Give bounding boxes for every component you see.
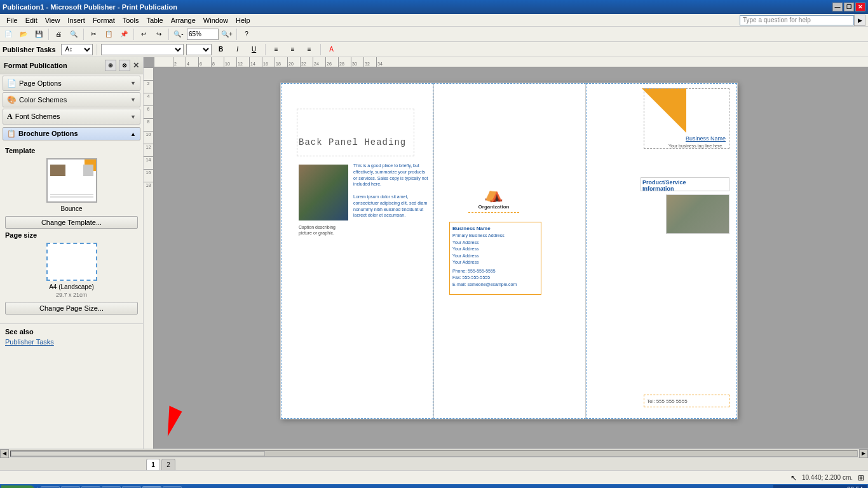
- menu-window[interactable]: Window: [200, 15, 232, 25]
- page-tabs: 1 2: [0, 458, 868, 470]
- template-line-2: [50, 196, 93, 198]
- ruler-mark: 28: [338, 57, 351, 67]
- help-search-input[interactable]: [740, 15, 854, 25]
- business-tagline: Your business tag line here.: [668, 144, 726, 148]
- bold-button[interactable]: B: [214, 43, 228, 56]
- tasks-combo[interactable]: A↕: [61, 44, 93, 55]
- publisher-tasks-link[interactable]: Publisher Tasks: [5, 338, 138, 346]
- titlebar: Publication1 - Microsoft Publisher - Pri…: [0, 0, 868, 14]
- ruler-mark: 18: [275, 57, 287, 67]
- brochure-section: Template Bounce Change Template... Page …: [0, 143, 143, 321]
- publication-page: Back Panel Heading Caption describing pi…: [280, 83, 738, 419]
- standard-toolbar: 📄 📂 💾 🖨 🔍 ✂ 📋 📌 ↩ ↪ 🔍- 🔍+ ?: [0, 27, 868, 42]
- v-ruler-mark: 6: [144, 105, 153, 118]
- menu-file[interactable]: File: [3, 15, 22, 25]
- panel-title: Format Publication: [4, 62, 67, 69]
- publication-canvas: Back Panel Heading Caption describing pi…: [156, 70, 862, 442]
- font-family-select[interactable]: [101, 44, 184, 55]
- menu-arrange[interactable]: Arrange: [167, 15, 200, 25]
- see-also-label: See also: [5, 328, 138, 336]
- ruler-mark: 26: [325, 57, 338, 67]
- undo-button[interactable]: ↩: [137, 28, 151, 41]
- page-options-button[interactable]: 📄Page Options ▼: [3, 76, 140, 91]
- zoom-in-button[interactable]: 🔍+: [220, 28, 234, 41]
- copy-button[interactable]: 📋: [102, 28, 116, 41]
- page-size-preview: [46, 243, 97, 281]
- help-search-area: ▶: [740, 15, 865, 26]
- v-ruler-mark: [144, 67, 153, 80]
- change-page-size-button[interactable]: Change Page Size...: [5, 302, 138, 315]
- scroll-right-button[interactable]: ▶: [859, 449, 868, 458]
- scroll-thumb[interactable]: [11, 451, 265, 456]
- horizontal-scrollbar: ◀ ▶: [0, 449, 868, 458]
- align-center-button[interactable]: ≡: [286, 43, 300, 56]
- ruler-mark: 16: [262, 57, 275, 67]
- color-schemes-button[interactable]: 🎨Color Schemes ▼: [3, 92, 140, 107]
- help-button[interactable]: ?: [240, 28, 254, 41]
- cursor-icon: ↖: [790, 473, 797, 482]
- scroll-left-button[interactable]: ◀: [0, 449, 9, 458]
- fmt-sep-1: [265, 44, 266, 55]
- new-button[interactable]: 📄: [1, 28, 15, 41]
- zoom-input[interactable]: [187, 29, 219, 40]
- help-go-button[interactable]: ▶: [854, 15, 865, 26]
- menubar: File Edit View Insert Format Tools Table…: [0, 14, 868, 27]
- start-button[interactable]: ⊞ start: [1, 485, 35, 488]
- v-ruler-mark: 14: [144, 156, 153, 169]
- align-left-button[interactable]: ≡: [269, 43, 283, 56]
- tasks-bar: Publisher Tasks A↕ B I U ≡ ≡ ≡ A: [0, 42, 868, 57]
- menu-help[interactable]: Help: [232, 15, 254, 25]
- font-schemes-button[interactable]: AFont Schemes ▼: [3, 109, 140, 125]
- italic-button[interactable]: I: [231, 43, 245, 56]
- title-text: Publication1 - Microsoft Publisher - Pri…: [3, 3, 177, 11]
- redo-button[interactable]: ↪: [152, 28, 166, 41]
- toolbar-sep-5: [236, 29, 237, 40]
- change-template-button[interactable]: Change Template...: [5, 216, 138, 229]
- menu-edit[interactable]: Edit: [22, 15, 41, 25]
- font-color-button[interactable]: A: [325, 43, 339, 56]
- publisher-tasks-label: Publisher Tasks: [3, 46, 56, 53]
- arrow-indicator: [156, 404, 194, 442]
- menu-tools[interactable]: Tools: [119, 15, 143, 25]
- tasks-sep: [97, 44, 97, 55]
- align-right-button[interactable]: ≡: [302, 43, 316, 56]
- save-button[interactable]: 💾: [32, 28, 46, 41]
- paste-button[interactable]: 📌: [117, 28, 131, 41]
- menu-insert[interactable]: Insert: [64, 15, 89, 25]
- fmt-sep-2: [320, 44, 321, 55]
- scroll-track: [10, 451, 858, 457]
- system-tray: ⬆ 🔊 📶 ⚡ 🔋 20:54 05/12/2012: [773, 485, 867, 488]
- menu-view[interactable]: View: [41, 15, 64, 25]
- underline-button[interactable]: U: [247, 43, 261, 56]
- panel-close-button[interactable]: ✕: [133, 61, 139, 70]
- page-tab-2[interactable]: 2: [161, 459, 175, 470]
- print-button[interactable]: 🖨: [51, 28, 65, 41]
- print-preview-button[interactable]: 🔍: [67, 28, 81, 41]
- menu-table[interactable]: Table: [142, 15, 166, 25]
- panel-icon-1[interactable]: ⊕: [105, 60, 116, 71]
- template-line-1: [50, 194, 93, 195]
- brochure-collapse-icon[interactable]: ▲: [130, 131, 136, 137]
- caption-box: Caption describing picture or graphic.: [299, 224, 348, 236]
- maximize-button[interactable]: ❐: [844, 3, 854, 11]
- v-ruler-mark: 18: [144, 182, 153, 194]
- template-label: Template: [5, 147, 138, 154]
- zoom-out-button[interactable]: 🔍-: [172, 28, 186, 41]
- cut-button[interactable]: ✂: [86, 28, 100, 41]
- panel-icon-2[interactable]: ⊗: [119, 60, 130, 71]
- close-button[interactable]: ✕: [855, 3, 865, 11]
- format-publication-panel: Format Publication ⊕ ⊗ ✕ 📄Page Options ▼…: [0, 57, 144, 449]
- v-ruler-mark: 4: [144, 93, 153, 105]
- ruler-mark: 12: [236, 57, 249, 67]
- product-info-box: Product/Service Information: [641, 177, 729, 191]
- v-ruler-mark: 12: [144, 144, 153, 156]
- open-button[interactable]: 📂: [17, 28, 31, 41]
- back-panel-image: [299, 165, 348, 220]
- page-tab-1[interactable]: 1: [146, 459, 160, 470]
- ruler-mark: 24: [313, 57, 325, 67]
- brochure-options-header: 📋Brochure Options ▲: [3, 127, 140, 140]
- font-size-select[interactable]: [186, 44, 212, 55]
- minimize-button[interactable]: —: [832, 3, 843, 11]
- v-ruler-mark: 8: [144, 118, 153, 131]
- menu-format[interactable]: Format: [89, 15, 119, 25]
